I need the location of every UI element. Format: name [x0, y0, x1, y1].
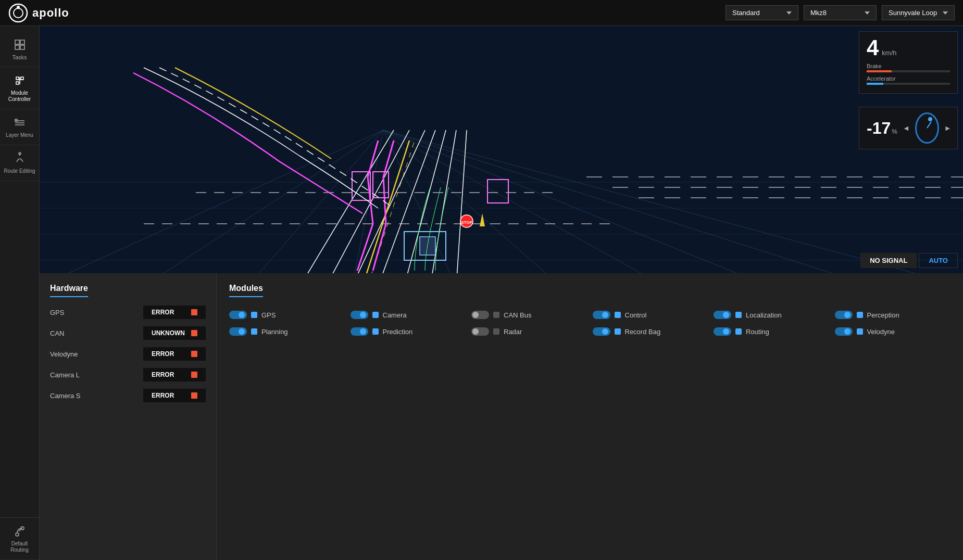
hardware-rows: GPS ERROR CAN UNKNOWN Velodyne ERROR Cam… [50, 306, 206, 402]
module-toggle[interactable] [229, 327, 247, 336]
module-dot [735, 328, 742, 335]
module-dot [372, 328, 379, 335]
module-label: Control [625, 311, 647, 319]
svg-rect-4 [20, 40, 24, 44]
hw-status-text: ERROR [152, 392, 174, 399]
hw-status-text: ERROR [152, 309, 174, 316]
toggle-knob [844, 328, 851, 335]
steering-indicator [917, 118, 937, 138]
module-icon [12, 73, 27, 88]
module-dot [493, 328, 499, 335]
brake-bar [867, 70, 950, 72]
hardware-row: Velodyne ERROR [50, 347, 206, 361]
module-item: Radar [471, 327, 587, 336]
module-label: Record Bag [625, 328, 661, 336]
layer-menu-label: Layer Menu [6, 132, 33, 138]
module-toggle[interactable] [835, 327, 853, 336]
module-toggle[interactable] [471, 327, 489, 336]
module-label: Planning [261, 328, 288, 336]
module-toggle[interactable] [229, 311, 247, 319]
module-label: GPS [261, 311, 276, 319]
toggle-knob [472, 328, 479, 335]
steering-dot [928, 117, 932, 121]
module-label: Camera [383, 311, 407, 319]
hw-status: ERROR [143, 368, 206, 381]
module-item: Prediction [351, 327, 467, 336]
steering-arrows-right: ► [944, 124, 952, 132]
module-dot [251, 312, 257, 318]
standard-arrow-icon [786, 11, 792, 15]
toggle-knob [360, 312, 366, 318]
map-view: STOP 4 [40, 26, 963, 273]
module-controller-label: Module Controller [2, 90, 37, 103]
speed-panel: 4 km/h Brake Accelerator [859, 31, 958, 94]
svg-line-20 [19, 529, 21, 531]
hardware-row: Camera S ERROR [50, 389, 206, 402]
module-label: Routing [746, 328, 769, 336]
road-scene-svg: STOP [40, 26, 963, 273]
module-dot [615, 312, 621, 318]
module-toggle[interactable] [835, 311, 853, 319]
mkz8-arrow-icon [865, 11, 870, 15]
standard-label: Standard [732, 9, 760, 17]
steering-unit: % [892, 128, 897, 135]
module-label: Prediction [383, 328, 413, 336]
module-toggle[interactable] [471, 311, 489, 319]
module-toggle[interactable] [593, 327, 610, 336]
hw-status-dot [191, 372, 197, 378]
brake-bar-fill [867, 70, 892, 72]
module-label: Velodyne [867, 328, 895, 336]
module-toggle[interactable] [714, 311, 731, 319]
standard-dropdown[interactable]: Standard [726, 5, 798, 20]
arrow-left-icon: ◄ [903, 124, 910, 132]
arrow-right-icon: ► [944, 124, 952, 132]
content-area: STOP 4 [40, 26, 963, 560]
toggle-knob [723, 328, 729, 335]
hw-status-dot [191, 351, 197, 357]
hardware-row: Camera L ERROR [50, 368, 206, 381]
svg-text:STOP: STOP [461, 220, 472, 225]
mkz8-dropdown[interactable]: Mkz8 [804, 5, 877, 20]
hardware-title: Hardware [50, 284, 88, 297]
module-dot [615, 328, 621, 335]
module-toggle[interactable] [351, 311, 368, 319]
sidebar-item-layer-menu[interactable]: Layer Menu [0, 109, 39, 145]
steering-circle [915, 112, 939, 144]
loop-dropdown[interactable]: Sunnyvale Loop [882, 5, 955, 20]
hw-label: GPS [50, 309, 92, 316]
no-signal-button[interactable]: NO SIGNAL [860, 253, 917, 268]
svg-point-18 [16, 533, 19, 536]
module-toggle[interactable] [351, 327, 368, 336]
sidebar-item-tasks[interactable]: Tasks [0, 31, 39, 67]
layer-icon [12, 116, 27, 130]
sidebar-bottom: Default Routing [0, 517, 39, 560]
brake-label: Brake [867, 63, 950, 69]
toggle-knob [239, 328, 245, 335]
sidebar-item-module-controller[interactable]: Module Controller [0, 67, 39, 109]
svg-rect-9 [16, 82, 19, 84]
hw-status: ERROR [143, 389, 206, 402]
hw-status: ERROR [143, 306, 206, 319]
module-toggle[interactable] [593, 311, 610, 319]
toggle-knob [239, 312, 245, 318]
auto-button[interactable]: AUTO [919, 253, 958, 268]
svg-rect-21 [40, 26, 963, 273]
hw-status: UNKNOWN [143, 326, 206, 340]
hardware-section: Hardware GPS ERROR CAN UNKNOWN Velodyne … [40, 273, 217, 560]
sidebar: Tasks Module Controller Layer Menu [0, 26, 40, 560]
tasks-label: Tasks [12, 54, 27, 60]
module-item: Control [593, 311, 709, 319]
apollo-logo-icon [8, 3, 28, 23]
sidebar-item-default-routing[interactable]: Default Routing [0, 518, 39, 560]
module-label: Radar [504, 328, 522, 336]
module-item: CAN Bus [471, 311, 587, 319]
module-label: Localization [746, 311, 782, 319]
accel-bar [867, 83, 950, 85]
logo-text: apollo [32, 6, 69, 20]
bottom-panel: Hardware GPS ERROR CAN UNKNOWN Velodyne … [40, 273, 963, 560]
tasks-icon [12, 37, 27, 52]
module-toggle[interactable] [714, 327, 731, 336]
hw-label: CAN [50, 329, 92, 337]
sidebar-item-route-editing[interactable]: Route Editing [0, 145, 39, 181]
hw-label: Camera S [50, 392, 92, 400]
